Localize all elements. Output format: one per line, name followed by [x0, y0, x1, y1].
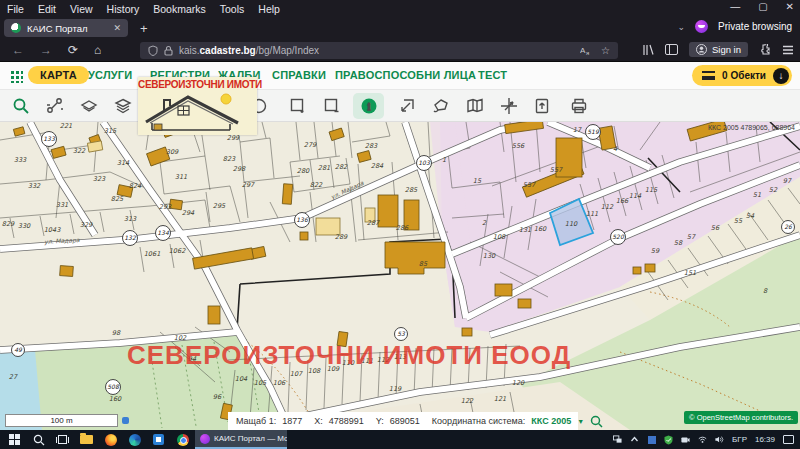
agency-logo-overlay[interactable]: СЕВЕРОИЗТОЧНИ ИМОТИ [138, 77, 257, 135]
info-icon[interactable]: i [360, 97, 378, 115]
menu-bookmarks[interactable]: Bookmarks [153, 3, 206, 15]
parcel-label: 94 [188, 355, 197, 363]
parcel-label: 113 [394, 353, 407, 361]
shield-icon[interactable] [148, 45, 158, 56]
sidebar-icon[interactable] [665, 44, 678, 55]
parcel-label: 557 [523, 181, 536, 189]
nav-karta[interactable]: КАРТА [28, 66, 89, 84]
up-arrow-icon[interactable] [630, 435, 639, 444]
road-number: 136 [296, 216, 309, 223]
active-window-button[interactable]: КАИС Портал — Мо… [195, 430, 287, 449]
taskbar-search-icon[interactable] [32, 433, 45, 446]
network-pc-icon[interactable] [613, 435, 622, 444]
windows-taskbar: КАИС Портал — Мо… БГР 16:39 [0, 430, 800, 449]
parcel-label: 331 [56, 201, 68, 209]
back-button[interactable]: ← [12, 43, 24, 57]
parcel-label: 96 [213, 393, 222, 401]
lasso-select-icon[interactable] [432, 97, 450, 115]
scale-info-icon[interactable] [122, 417, 129, 424]
keyboard-language[interactable]: БГР [732, 435, 747, 444]
notification-center-icon[interactable] [783, 435, 794, 444]
menu-file[interactable]: File [7, 3, 24, 15]
menu-tools[interactable]: Tools [220, 3, 245, 15]
measure-icon[interactable] [46, 97, 64, 115]
start-button[interactable] [8, 433, 21, 446]
extensions-icon[interactable] [759, 44, 771, 56]
menu-hamburger-icon[interactable] [782, 45, 794, 55]
clock[interactable]: 16:39 [755, 435, 775, 444]
browser-tab[interactable]: КАИС Портал ✕ [4, 19, 128, 37]
parcel-label: 286 [396, 224, 409, 232]
maximize-button[interactable]: ▢ [758, 1, 767, 12]
print-icon[interactable] [570, 97, 588, 115]
objects-button[interactable]: 0 Обекти ↓ [692, 65, 792, 86]
download-icon[interactable]: ↓ [773, 68, 789, 84]
nav-uslugi[interactable]: УСЛУГИ [88, 69, 132, 81]
layers-icon[interactable] [80, 97, 98, 115]
active-window-title: КАИС Портал — Мо… [214, 434, 287, 443]
tab-list-chevron-icon[interactable]: ⌄ [678, 22, 686, 32]
nav-spravki[interactable]: СПРАВКИ [272, 69, 326, 81]
rect-select-plus-icon[interactable] [289, 97, 307, 115]
sign-in-button[interactable]: Sign in [689, 42, 748, 57]
edge-icon[interactable] [128, 433, 141, 446]
map-canvas[interactable]: 133132134136103519520508495326 333322332… [0, 122, 800, 430]
crs-caret-icon[interactable]: ▼ [577, 418, 584, 425]
parcel-label: 295 [213, 202, 226, 210]
wifi-icon[interactable] [698, 435, 707, 444]
nav-test[interactable]: ТЕСТ [478, 69, 507, 81]
parcel-label: 151 [684, 269, 696, 277]
scale-value: 1877 [282, 416, 302, 426]
translate-icon[interactable]: Aя [580, 45, 592, 56]
map-fold-icon[interactable] [466, 97, 484, 115]
parcel-label: 824 [129, 182, 142, 190]
firefox-icon[interactable] [104, 433, 117, 446]
crs-selector[interactable]: ККС 2005 [531, 416, 571, 426]
nav-pravosposobni-litsa[interactable]: ПРАВОСПОСОБНИ ЛИЦА [335, 69, 476, 81]
home-button[interactable]: ⌂ [94, 43, 101, 57]
task-view-icon[interactable] [56, 433, 69, 446]
status-search-icon[interactable] [590, 415, 603, 428]
osm-attribution[interactable]: © OpenStreetMap contributors. [684, 411, 798, 424]
parcel-label: 281 [318, 164, 330, 172]
reload-button[interactable]: ⟳ [68, 43, 78, 57]
rect-select-minus-icon[interactable] [323, 97, 341, 115]
parcel-label: 119 [389, 385, 402, 393]
parcel-label: 822 [310, 181, 323, 189]
blue-app-icon[interactable] [152, 433, 165, 446]
security-shield-icon[interactable] [664, 435, 673, 444]
menu-help[interactable]: Help [258, 3, 280, 15]
export-page-icon[interactable] [533, 97, 551, 115]
library-icon[interactable] [642, 44, 654, 56]
minimize-button[interactable]: — [730, 1, 740, 12]
apps-grid-icon[interactable] [10, 70, 23, 83]
layer-stack-icon[interactable] [114, 97, 132, 115]
menu-history[interactable]: History [107, 3, 140, 15]
new-tab-button[interactable]: + [140, 21, 148, 36]
pan-arrow-icon[interactable] [398, 97, 416, 115]
tab-title: КАИС Портал [27, 23, 87, 34]
cadastral-map[interactable]: 133132134136103519520508495326 333322332… [0, 122, 800, 430]
parcel-label: 121 [494, 395, 506, 403]
close-button[interactable]: ✕ [786, 1, 794, 12]
address-bar[interactable]: kais.cadastre.bg/bg/Map/Index Aя ☆ [140, 42, 618, 59]
volume-icon[interactable] [715, 435, 724, 444]
parcel-label: 293 [159, 203, 172, 211]
account-icon [696, 44, 707, 55]
x-value: 4788991 [329, 416, 364, 426]
file-explorer-icon[interactable] [80, 433, 93, 446]
compass-icon[interactable] [500, 97, 518, 115]
blue-square-icon[interactable] [647, 435, 656, 444]
menu-edit[interactable]: Edit [38, 3, 56, 15]
lock-icon[interactable] [164, 45, 173, 56]
svg-text:i: i [368, 101, 371, 112]
forward-button[interactable]: → [40, 43, 52, 57]
firefox-private-icon [200, 434, 210, 444]
chrome-icon[interactable] [176, 433, 189, 446]
search-icon[interactable] [12, 97, 30, 115]
tab-close-icon[interactable]: ✕ [113, 23, 121, 33]
parcel-label: 52 [769, 186, 778, 194]
menu-view[interactable]: View [70, 3, 93, 15]
bookmark-star-icon[interactable]: ☆ [601, 45, 610, 56]
camera-icon[interactable] [681, 435, 690, 444]
